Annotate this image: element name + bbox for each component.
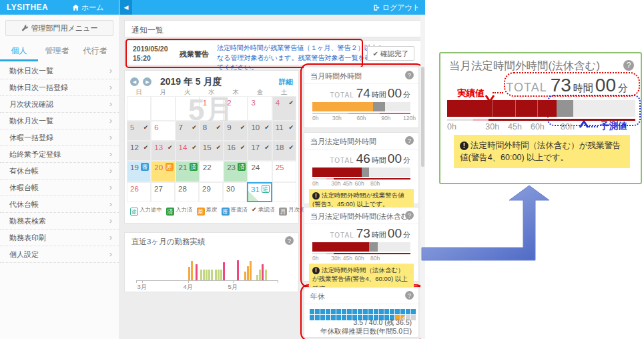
actual-bar-fill [312, 167, 362, 177]
calendar-day-cell[interactable]: 18✔ [272, 141, 296, 161]
confirm-complete-button[interactable]: ✔確認完了 [367, 46, 414, 61]
lysithea-dashboard: LYSITHEA ホーム ◀ ログアウト 管理部門用メニュー 個人管理者代行者 … [0, 0, 644, 339]
total-label: TOTAL [330, 91, 354, 99]
sidebar-menu-item[interactable]: 休暇一括登録› [0, 129, 119, 146]
sidebar-tab[interactable]: 管理者 [38, 40, 76, 59]
status-badge: 済 [238, 163, 246, 171]
legend-badge-icon: 月 [279, 208, 287, 216]
chart-bar [218, 270, 220, 280]
calendar-day-cell[interactable]: 17✔ [248, 141, 272, 161]
calendar-day-cell[interactable]: 10✔ [248, 121, 272, 141]
bar-tick-row: 0h30h45h60h80h [312, 180, 410, 187]
calendar-title: 2019 年 5 月度 [160, 76, 222, 87]
day-number: 24 [251, 163, 260, 172]
calendar-detail-link[interactable]: 詳細 [279, 77, 293, 87]
calendar-day-cell[interactable]: 23済 [224, 161, 248, 182]
threshold-line [447, 119, 635, 121]
calendar-day-cell[interactable]: 7✔ [176, 121, 200, 141]
sidebar: 管理部門用メニュー 個人管理者代行者 勤休日次一覧›勤休日次一括登録›月次状況確… [0, 15, 119, 339]
calendar-day-cell[interactable]: 14✔ [176, 141, 200, 161]
minutes-unit: 分 [403, 231, 410, 239]
sidebar-menu-item[interactable]: 代休台帳› [0, 196, 119, 213]
calendar-day-cell[interactable]: 22 [200, 161, 224, 182]
calendar-day-cell[interactable]: 19審 [127, 161, 151, 182]
calendar-day-cell[interactable]: 30 [223, 182, 247, 202]
calendar-day-cell[interactable]: 5✔ [127, 121, 151, 141]
chart-bar [259, 270, 261, 280]
help-icon[interactable]: ? [405, 291, 414, 300]
calendar-day-cell[interactable]: 15✔ [200, 141, 224, 161]
sidebar-menu-item[interactable]: 勤務表検索› [0, 213, 119, 230]
calendar-day-cell[interactable]: 9✔ [224, 121, 248, 141]
calendar-day-cell[interactable]: 24 [248, 161, 272, 182]
sidebar-menu-item[interactable]: 勤休日次一覧› [0, 63, 119, 79]
calendar-day-cell[interactable]: 27 [151, 182, 175, 202]
calendar-day-cell[interactable]: 29 [199, 182, 223, 202]
sidebar-item-label: 休暇台帳 [9, 180, 39, 196]
sidebar-menu-item[interactable]: 個人設定› [0, 246, 119, 263]
sidebar-tab[interactable]: 個人 [0, 40, 38, 61]
forecast-bar-fill [369, 242, 378, 252]
approved-check-icon: ✔ [143, 124, 149, 131]
actual-bar-fill [312, 102, 373, 111]
calendar-day-cell[interactable]: 31途 [247, 182, 272, 202]
day-number: 4 [276, 99, 280, 107]
approved-check-icon: ✔ [192, 144, 197, 151]
sidebar-menu-item[interactable]: 休暇台帳› [0, 180, 119, 196]
sidebar-menu-item[interactable]: 始終業予定登録› [0, 146, 119, 163]
calendar-day-cell[interactable]: 12✔ [127, 141, 151, 161]
day-number: 2 [227, 99, 231, 107]
approved-check-icon: ✔ [216, 144, 222, 151]
sidebar-item-label: 休暇一括登録 [9, 129, 53, 145]
sidebar-menu-item[interactable]: 勤休日次一括登録› [0, 79, 119, 96]
actual-value-label: 実績値 [457, 87, 485, 99]
calendar-day-cell[interactable]: 21済 [176, 161, 200, 182]
sidebar-menu-item[interactable]: 勤休月次一覧› [0, 113, 119, 129]
home-button[interactable]: ホーム [72, 3, 104, 13]
calendar-day-cell[interactable]: 25 [272, 161, 296, 182]
calendar-day-cell[interactable]: 1 [200, 96, 224, 121]
sidebar-tab[interactable]: 代行者 [76, 40, 114, 59]
calendar-day-cell[interactable]: 26 [127, 182, 151, 202]
threshold-segment [334, 253, 410, 254]
chevron-right-icon: › [109, 129, 112, 145]
approved-check-icon: ✔ [264, 124, 270, 131]
help-icon[interactable]: ? [405, 71, 414, 79]
sidebar-menu-item[interactable]: 勤務表印刷› [0, 230, 119, 246]
calendar-day-cell[interactable]: 20差 [151, 161, 175, 182]
help-icon[interactable]: ? [405, 211, 414, 220]
calendar-day-cell[interactable]: 16✔ [224, 141, 248, 161]
calendar-day-cell[interactable]: 8✔ [200, 121, 224, 141]
calendar-day-cell[interactable]: 28 [175, 182, 199, 202]
check-icon: ✔ [373, 50, 378, 57]
chart-bar [237, 260, 239, 280]
calendar-day-cell[interactable]: 3 [248, 96, 272, 121]
calendar-day-cell[interactable]: 2 [224, 96, 248, 121]
help-icon[interactable]: ? [405, 136, 414, 145]
sidebar-item-label: 有休台帳 [9, 163, 39, 179]
help-icon[interactable]: ? [285, 236, 294, 245]
tick-label: 30h [331, 255, 340, 262]
calendar-day-cell[interactable]: 11✔ [272, 121, 296, 141]
logout-button[interactable]: ログアウト [373, 3, 420, 13]
chart-bar [256, 275, 258, 280]
calendar-week-row: 5✔67✔8✔9✔10✔11✔ [127, 121, 296, 141]
day-number: 14 [179, 143, 188, 151]
sidebar-menu-item[interactable]: 月次状況確認› [0, 96, 119, 113]
threshold-segment [312, 113, 348, 114]
calendar-day-cell[interactable]: 4✔ [272, 96, 296, 121]
legend-label: 審査済 [231, 206, 248, 213]
calendar-prev-button[interactable]: ◀ [130, 77, 139, 86]
tick-label: 0h [312, 115, 318, 121]
sidebar-menu-item[interactable]: 有休台帳› [0, 163, 119, 180]
calendar-header: ◀ ▶ 2019 年 5 月度 詳細 [130, 75, 293, 87]
calendar-next-button[interactable]: ▶ [143, 77, 151, 86]
calendar-day-cell[interactable]: 13✔ [151, 141, 175, 161]
bar-tick-row: 0h30h60h90h120h [312, 115, 410, 121]
total-value: TOTAL74時間00分 [330, 86, 412, 101]
calendar-day-cell[interactable]: 6 [151, 121, 175, 141]
status-badge: 差 [166, 163, 174, 171]
admin-menu-button[interactable]: 管理部門用メニュー [5, 20, 113, 36]
scrollbar-thumb[interactable] [421, 67, 424, 167]
sidebar-collapse-button[interactable]: ◀ [120, 0, 132, 15]
